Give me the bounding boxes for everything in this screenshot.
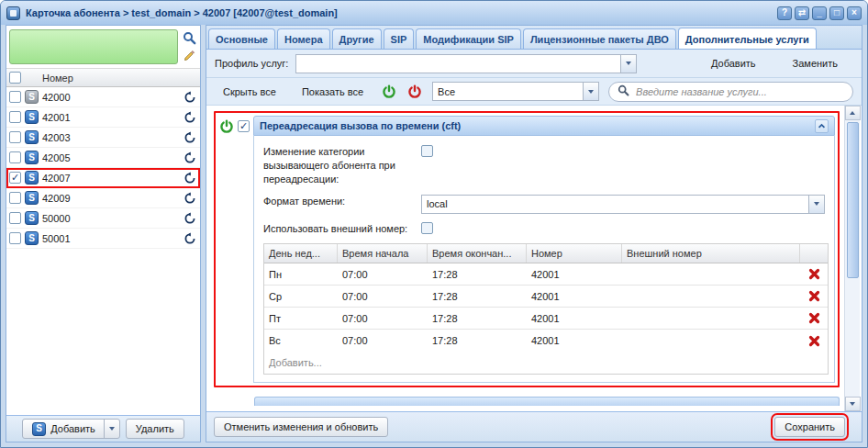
tab[interactable]: Другие <box>332 28 382 49</box>
profile-combo[interactable] <box>295 54 637 73</box>
delete-subscriber-button[interactable]: Удалить <box>126 419 184 439</box>
row-checkbox[interactable] <box>9 131 21 143</box>
window-controls: ? ⇄ _ □ × <box>777 6 862 20</box>
cancel-button[interactable]: Отменить изменения и обновить <box>214 417 388 437</box>
column-header-number[interactable]: Номер <box>527 244 622 263</box>
delete-row-icon[interactable] <box>800 312 828 324</box>
subscriber-type-icon: S <box>25 90 39 104</box>
schedule-start-time: 07:00 <box>338 313 428 324</box>
delete-row-icon[interactable] <box>800 290 828 302</box>
history-icon[interactable] <box>183 151 197 164</box>
profile-combo-trigger[interactable] <box>620 55 636 73</box>
service-power-icon[interactable] <box>218 118 235 135</box>
column-header-start[interactable]: Время начала <box>338 244 428 263</box>
tab[interactable]: Номера <box>277 28 330 49</box>
subscriber-number: 42003 <box>42 132 179 143</box>
number-column-header[interactable]: Номер <box>42 73 197 84</box>
subscriber-row[interactable]: S 42000 <box>6 87 200 107</box>
tab[interactable]: Основные <box>208 28 275 49</box>
swap-button[interactable]: ⇄ <box>795 6 809 20</box>
time-format-combo-trigger[interactable] <box>808 196 824 213</box>
profile-add-button[interactable]: Добавить <box>703 55 764 72</box>
select-all-checkbox[interactable] <box>9 72 21 84</box>
schedule-add-label[interactable]: Добавить... <box>264 357 327 368</box>
row-checkbox[interactable] <box>9 192 21 204</box>
tab-label: Другие <box>339 34 374 45</box>
subscriber-row[interactable]: S 50001 <box>6 229 200 249</box>
schedule-row[interactable]: Пт 07:00 17:28 42001 <box>264 308 828 330</box>
quick-filter-field[interactable] <box>9 29 178 64</box>
schedule-row[interactable]: Ср 07:00 17:28 42001 <box>264 286 828 308</box>
row-checkbox[interactable] <box>9 232 21 244</box>
tab[interactable]: Дополнительные услуги <box>678 28 817 50</box>
profile-replace-button[interactable]: Заменить <box>785 55 846 72</box>
subscriber-detail-panel: ОсновныеНомераДругиеSIPМодификации SIPЛи… <box>206 25 862 442</box>
tab[interactable]: SIP <box>384 28 415 49</box>
row-checkbox[interactable] <box>9 172 21 184</box>
collapse-icon[interactable] <box>815 119 829 133</box>
add-subscriber-button[interactable]: S Добавить <box>22 419 120 439</box>
column-header-end[interactable]: Время окончан... <box>428 244 527 263</box>
scroll-down-button[interactable] <box>845 397 861 411</box>
service-enabled-checkbox[interactable] <box>238 120 250 132</box>
edit-pencil-icon[interactable] <box>182 49 196 63</box>
subscriber-search-box <box>6 26 200 68</box>
history-icon[interactable] <box>183 212 197 225</box>
external-number-checkbox[interactable] <box>421 222 433 234</box>
window-titlebar[interactable]: Карточка абонента > test_domain > 42007 … <box>1 1 867 25</box>
subscriber-row[interactable]: S 50000 <box>6 208 200 229</box>
minimize-button[interactable]: _ <box>812 6 827 20</box>
row-checkbox[interactable] <box>9 151 21 163</box>
save-button[interactable]: Сохранить <box>774 417 845 437</box>
subscriber-list-header[interactable]: Номер <box>6 68 200 87</box>
subscriber-type-icon: S <box>25 231 39 245</box>
power-on-icon[interactable] <box>381 84 397 100</box>
delete-row-icon[interactable] <box>800 268 828 280</box>
show-all-button[interactable]: Показать все <box>294 84 372 100</box>
schedule-row[interactable]: Вс 07:00 17:28 42001 <box>264 330 828 352</box>
hide-all-button[interactable]: Скрыть все <box>215 84 284 100</box>
service-state-combo-trigger[interactable] <box>583 83 598 100</box>
vertical-scrollbar[interactable] <box>844 106 860 411</box>
power-off-icon[interactable] <box>406 84 423 100</box>
tab[interactable]: Модификации SIP <box>416 28 521 49</box>
cancel-button-label: Отменить изменения и обновить <box>224 421 378 432</box>
history-icon[interactable] <box>183 172 197 185</box>
help-button[interactable]: ? <box>777 6 792 20</box>
history-icon[interactable] <box>183 192 197 205</box>
history-icon[interactable] <box>183 111 197 124</box>
subscriber-row[interactable]: S 42007 <box>6 168 200 188</box>
maximize-button[interactable]: □ <box>829 6 844 20</box>
tab[interactable]: Лицензионные пакеты ДВО <box>523 28 676 49</box>
service-header[interactable]: Переадресация вызова по времени (cft) <box>253 116 835 136</box>
add-subscriber-dropdown-arrow[interactable] <box>104 420 119 438</box>
scroll-up-button[interactable] <box>845 106 861 120</box>
subscriber-row[interactable]: S 42005 <box>6 148 200 168</box>
service-profile-bar: Профиль услуг: Добавить Заменить <box>206 50 862 78</box>
schedule-row[interactable]: Пн 07:00 17:28 42001 <box>264 263 828 286</box>
next-service-panel-header[interactable] <box>254 397 840 406</box>
history-icon[interactable] <box>183 131 197 144</box>
history-icon[interactable] <box>183 232 197 245</box>
category-change-checkbox[interactable] <box>421 145 433 157</box>
row-checkbox[interactable] <box>9 91 21 103</box>
history-icon[interactable] <box>183 91 197 104</box>
scroll-thumb[interactable] <box>847 122 859 278</box>
search-icon[interactable] <box>182 30 196 45</box>
schedule-end-time: 17:28 <box>428 335 527 346</box>
service-state-combo[interactable]: Все <box>432 82 599 101</box>
subscriber-row[interactable]: S 42009 <box>6 188 200 208</box>
schedule-add-row[interactable]: Добавить... <box>264 352 828 374</box>
row-checkbox[interactable] <box>9 212 21 224</box>
row-checkbox[interactable] <box>9 111 21 123</box>
subscriber-row[interactable]: S 42001 <box>6 107 200 128</box>
delete-row-icon[interactable] <box>800 335 828 347</box>
subscriber-row[interactable]: S 42003 <box>6 128 200 148</box>
column-header-external[interactable]: Внешний номер <box>622 244 800 263</box>
time-format-combo[interactable]: local <box>421 195 825 214</box>
column-header-day[interactable]: День нед... <box>264 244 338 263</box>
close-button[interactable]: × <box>847 6 862 20</box>
schedule-header-row[interactable]: День нед... Время начала Время окончан..… <box>264 244 828 263</box>
service-search-field[interactable] <box>608 82 853 102</box>
service-search-input[interactable] <box>634 85 844 98</box>
